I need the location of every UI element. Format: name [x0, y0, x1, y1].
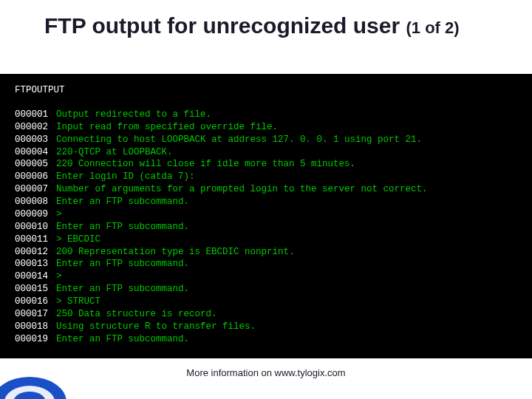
line-number: 000005	[15, 158, 56, 171]
terminal-row: 000011> EBCDIC	[15, 233, 517, 246]
line-message: 220 Connection will close if idle more t…	[56, 159, 355, 169]
line-number: 000007	[15, 183, 56, 196]
terminal-output: FTPOUTPUT 000001Output redirected to a f…	[0, 74, 532, 358]
terminal-row: 000005220 Connection will close if idle …	[15, 158, 517, 171]
line-number: 000003	[15, 134, 56, 146]
line-message: 220-QTCP at LOOPBACK.	[56, 147, 173, 157]
terminal-row: 000014>	[15, 270, 517, 283]
brand-logo	[0, 372, 66, 399]
terminal-row: 000015Enter an FTP subcommand.	[15, 283, 517, 296]
terminal-row: 000008Enter an FTP subcommand.	[15, 196, 517, 208]
line-message: 200 Representation type is EBCDIC nonpri…	[56, 247, 295, 257]
line-number: 000004	[15, 146, 56, 159]
terminal-row: 000007Number of arguments for a prompted…	[15, 183, 517, 196]
terminal-row: 000010Enter an FTP subcommand.	[15, 221, 517, 233]
line-message: Enter login ID (catda 7):	[56, 171, 195, 182]
terminal-row: 000004220-QTCP at LOOPBACK.	[15, 146, 517, 159]
terminal-header: FTPOUTPUT	[15, 84, 517, 97]
line-message: Enter an FTP subcommand.	[56, 259, 189, 269]
line-message: Number of arguments for a prompted login…	[56, 184, 428, 194]
line-message: > EBCDIC	[56, 234, 100, 245]
line-number: 000009	[15, 208, 56, 221]
line-message: >	[56, 209, 62, 219]
line-message: Enter an FTP subcommand.	[56, 284, 189, 294]
line-number: 000017	[15, 308, 56, 321]
line-number: 000010	[15, 221, 56, 233]
line-number: 000006	[15, 171, 56, 183]
line-number: 000012	[15, 246, 56, 259]
terminal-row: 000009>	[15, 208, 517, 221]
line-number: 000002	[15, 121, 56, 134]
line-message: Enter an FTP subcommand.	[56, 222, 189, 232]
line-message: Enter an FTP subcommand.	[56, 197, 189, 207]
title-pager: (1 of 2)	[406, 18, 459, 37]
line-message: 250 Data structure is record.	[56, 309, 217, 319]
terminal-row: 000012200 Representation type is EBCDIC …	[15, 246, 517, 259]
line-message: Connecting to host LOOPBACK at address 1…	[56, 134, 422, 145]
line-number: 000001	[15, 109, 56, 121]
terminal-row: 000016> STRUCT	[15, 296, 517, 308]
line-number: 000018	[15, 321, 56, 333]
line-number: 000013	[15, 258, 56, 270]
footer: More information on www.tylogix.com	[0, 367, 532, 378]
footer-link-text[interactable]: More information on www.tylogix.com	[186, 367, 345, 378]
line-number: 000015	[15, 283, 56, 296]
line-message: Output redirected to a file.	[56, 109, 211, 120]
line-number: 000008	[15, 196, 56, 208]
line-message: Input read from specified override file.	[56, 122, 278, 132]
terminal-row: 000006Enter login ID (catda 7):	[15, 171, 517, 183]
line-number: 000014	[15, 270, 56, 283]
terminal-lines: 000001Output redirected to a file.000002…	[15, 109, 517, 346]
slide-title: FTP output for unrecognized user (1 of 2…	[44, 13, 510, 39]
terminal-row: 000003Connecting to host LOOPBACK at add…	[15, 134, 517, 146]
title-main: FTP output for unrecognized user	[44, 13, 406, 38]
line-message: Enter an FTP subcommand.	[56, 334, 189, 344]
terminal-row: 000018Using structure R to transfer file…	[15, 321, 517, 333]
line-message: Using structure R to transfer files.	[56, 321, 256, 332]
terminal-row: 000001Output redirected to a file.	[15, 109, 517, 121]
terminal-row: 000017250 Data structure is record.	[15, 308, 517, 321]
terminal-row: 000002Input read from specified override…	[15, 121, 517, 134]
line-message: >	[56, 271, 62, 282]
line-number: 000016	[15, 296, 56, 308]
terminal-row: 000019Enter an FTP subcommand.	[15, 333, 517, 346]
terminal-row: 000013Enter an FTP subcommand.	[15, 258, 517, 270]
line-message: > STRUCT	[56, 296, 100, 307]
line-number: 000011	[15, 233, 56, 246]
line-number: 000019	[15, 333, 56, 346]
